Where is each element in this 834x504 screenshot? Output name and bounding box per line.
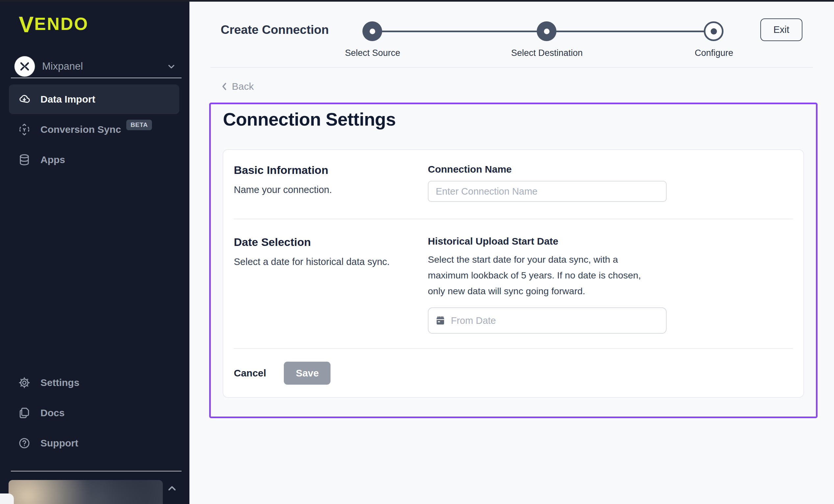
sidebar-divider-bottom [11, 471, 181, 472]
vendo-logo: VENDO [19, 13, 89, 36]
workspace-selector[interactable]: Mixpanel [15, 55, 176, 78]
workspace-name: Mixpanel [42, 61, 167, 72]
from-date-field[interactable] [428, 307, 666, 334]
section-description: Name your connection. [234, 184, 428, 195]
from-date-input[interactable] [451, 315, 659, 326]
sidebar-item-label: Conversion Sync [41, 124, 121, 135]
stepper-line [372, 30, 547, 32]
sidebar-item-label: Docs [41, 407, 64, 418]
database-icon [18, 154, 30, 166]
page-title: Create Connection [221, 23, 329, 37]
step-dot-configure[interactable] [704, 21, 724, 41]
sidebar-item-apps[interactable]: Apps [9, 145, 179, 175]
sidebar-item-label: Settings [41, 377, 79, 388]
sidebar-item-docs[interactable]: Docs [9, 398, 179, 428]
section-heading: Basic Information [234, 164, 428, 177]
step-label-select-destination: Select Destination [511, 48, 583, 58]
date-selection-row: Date Selection Select a date for histori… [223, 219, 804, 348]
step-label-configure: Configure [695, 48, 733, 58]
chevron-down-icon [167, 62, 176, 71]
chevron-up-icon[interactable] [166, 483, 178, 495]
stepper-line [547, 30, 714, 32]
sidebar-item-label: Apps [41, 154, 65, 166]
panel-title: Connection Settings [223, 109, 396, 130]
start-date-description: Select the start date for your data sync… [428, 251, 658, 299]
calendar-icon [435, 315, 446, 326]
corner-blob [0, 494, 14, 504]
sidebar-item-data-import[interactable]: Data Import [9, 85, 179, 114]
header-divider [211, 67, 813, 68]
sidebar-divider-top [11, 78, 181, 78]
sidebar: VENDO Mixpanel Data Import [0, 0, 190, 504]
sidebar-item-label: Data Import [41, 94, 95, 105]
sync-icon [18, 123, 30, 136]
basic-information-row: Basic Information Name your connection. … [223, 150, 804, 219]
window-top-edge [0, 0, 834, 2]
form-actions: Cancel Save [223, 349, 804, 397]
sidebar-footer-nav: Settings Docs Support [9, 368, 179, 459]
help-icon [18, 437, 30, 450]
settings-card: Basic Information Name your connection. … [223, 149, 804, 398]
connection-settings-panel: Connection Settings Basic Information Na… [209, 103, 817, 418]
beta-badge: BETA [126, 120, 152, 130]
sidebar-item-support[interactable]: Support [9, 429, 179, 458]
exit-button[interactable]: Exit [760, 18, 803, 41]
cancel-button[interactable]: Cancel [234, 368, 266, 379]
back-link[interactable]: Back [221, 81, 254, 92]
section-description: Select a date for historical data sync. [234, 257, 428, 267]
sidebar-item-label: Support [41, 438, 78, 449]
step-dot-select-source[interactable] [363, 21, 382, 41]
section-heading: Date Selection [234, 236, 428, 248]
save-button[interactable]: Save [284, 361, 330, 385]
sidebar-item-conversion-sync[interactable]: Conversion Sync BETA [9, 115, 179, 144]
mixpanel-logo-icon [15, 56, 35, 76]
step-label-select-source: Select Source [345, 48, 400, 58]
user-blurred-content [8, 480, 163, 504]
sidebar-main-nav: Data Import Conversion Sync BETA Apps [9, 85, 179, 175]
start-date-label: Historical Upload Start Date [428, 236, 792, 247]
main-area: Create Connection Select Source Select D… [190, 0, 834, 504]
gear-icon [18, 376, 30, 389]
cloud-download-icon [18, 93, 30, 106]
sidebar-item-settings[interactable]: Settings [9, 368, 179, 397]
chevron-left-icon [221, 82, 228, 91]
connection-name-label: Connection Name [428, 164, 792, 175]
user-account-card[interactable] [8, 480, 163, 504]
step-dot-select-destination[interactable] [537, 21, 556, 41]
connection-name-input[interactable] [428, 181, 666, 202]
docs-icon [18, 407, 30, 419]
